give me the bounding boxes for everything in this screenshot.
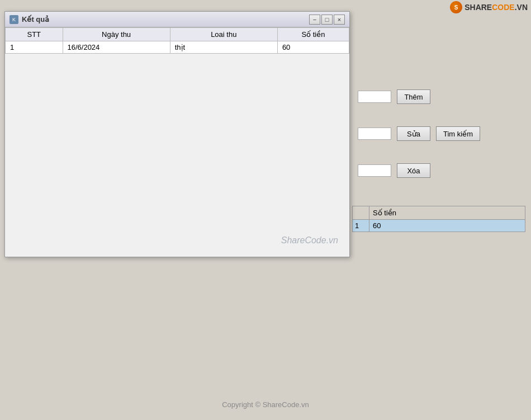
them-button[interactable]: Thêm <box>397 89 430 104</box>
sua-button[interactable]: Sửa <box>397 126 430 141</box>
col-loaithu: Loai thu <box>170 28 277 41</box>
col-ngaythu: Ngày thu <box>63 28 170 41</box>
them-input[interactable] <box>358 91 391 103</box>
dialog-controls: − □ × <box>309 15 345 25</box>
table-row[interactable]: 1 16/6/2024 thịt 60 <box>6 41 349 54</box>
minimize-button[interactable]: − <box>309 15 320 25</box>
copyright-footer: Copyright © ShareCode.vn <box>0 400 531 409</box>
background-table: Số tiền 1 60 <box>352 206 525 232</box>
brand-icon: S <box>450 1 462 13</box>
close-button[interactable]: × <box>334 15 345 25</box>
bg-row-sotien: 60 <box>369 220 525 232</box>
main-window: S SHARECODE.VN Thêm Sửa Tim kiếm Xóa <box>0 0 531 420</box>
dialog-titlebar: K Kết quả − □ × <box>5 12 349 27</box>
xoa-row: Xóa <box>358 163 480 178</box>
cell-ngaythu: 16/6/2024 <box>63 41 170 54</box>
them-row: Thêm <box>358 89 480 104</box>
sua-input[interactable] <box>358 128 391 140</box>
cell-loaithu: thịt <box>170 41 277 54</box>
control-panel: Thêm Sửa Tim kiếm Xóa <box>347 78 491 195</box>
cell-sotien: 60 <box>277 41 349 54</box>
col-stt: STT <box>6 28 63 41</box>
bg-table-row[interactable]: 1 60 <box>353 220 525 232</box>
bg-col-sotien: Số tiền <box>369 206 525 220</box>
sua-row: Sửa Tim kiếm <box>358 126 480 141</box>
watermark: ShareCode.vn <box>281 235 338 246</box>
tim-kiem-button[interactable]: Tim kiếm <box>436 126 480 141</box>
cell-stt: 1 <box>6 41 63 54</box>
result-table-header: STT Ngày thu Loai thu Số tiền <box>6 28 349 41</box>
background-table-container: Số tiền 1 60 <box>347 206 531 232</box>
dialog-icon: K <box>10 15 18 24</box>
dialog-title: Kết quả <box>22 15 306 23</box>
brand-name: SHARECODE.VN <box>464 3 528 12</box>
result-table: STT Ngày thu Loai thu Số tiền 1 16/6/202… <box>5 27 349 54</box>
xoa-input[interactable] <box>358 164 391 177</box>
top-bar: S SHARECODE.VN <box>447 0 531 15</box>
bg-col-index <box>353 206 369 220</box>
dialog-body: STT Ngày thu Loai thu Số tiền 1 16/6/202… <box>5 27 349 257</box>
maximize-button[interactable]: □ <box>321 15 333 25</box>
result-dialog: K Kết quả − □ × STT Ngày thu Loai thu Số… <box>4 11 350 257</box>
xoa-button[interactable]: Xóa <box>397 163 430 178</box>
brand-logo: S SHARECODE.VN <box>450 1 528 13</box>
col-sotien: Số tiền <box>277 28 349 41</box>
bg-row-index: 1 <box>353 220 369 232</box>
